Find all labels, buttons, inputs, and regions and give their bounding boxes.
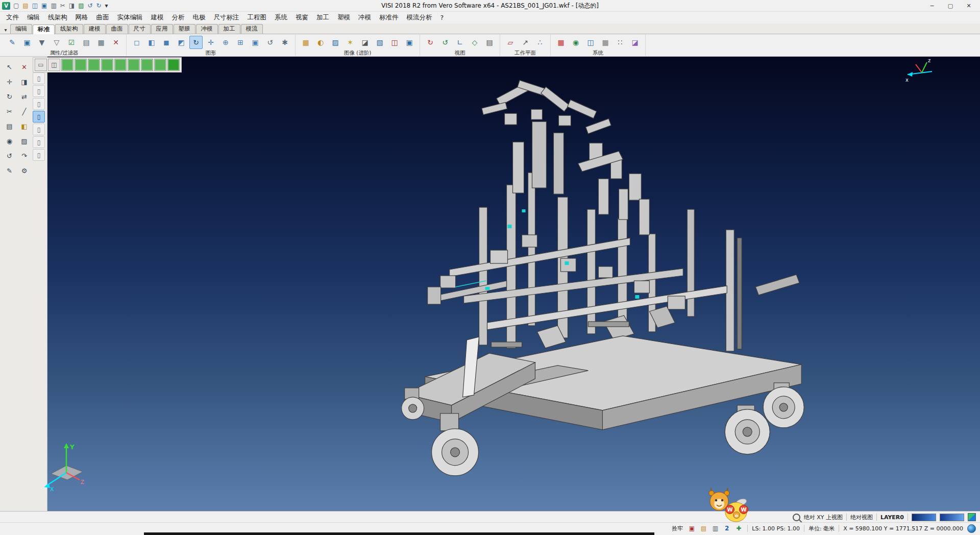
- menu-item[interactable]: 冲模: [354, 12, 375, 23]
- tab[interactable]: 冲模: [196, 24, 218, 34]
- info-icon[interactable]: ✚: [734, 524, 743, 532]
- snap-lock-toggle[interactable]: 拴牢: [672, 525, 683, 532]
- color-mode-icon[interactable]: [968, 513, 976, 521]
- clipboard-filter-7-icon[interactable]: ▯: [33, 149, 45, 161]
- qat-dropdown-icon[interactable]: ▾: [105, 2, 108, 10]
- display-window-icon[interactable]: ◫: [584, 36, 597, 49]
- paste-icon[interactable]: ▧: [78, 2, 84, 10]
- cad-model-canvas[interactable]: [47, 56, 980, 511]
- tab[interactable]: 塑膜: [174, 24, 195, 34]
- status-absolute-view[interactable]: 绝对视图: [850, 514, 873, 521]
- view-iso-icon[interactable]: ◇: [468, 36, 481, 49]
- clipboard-filter-2-icon[interactable]: ▯: [33, 85, 45, 97]
- tab[interactable]: 应用: [151, 24, 173, 34]
- globe-icon[interactable]: [967, 524, 976, 533]
- view-cube-iso-rear-icon[interactable]: [154, 59, 166, 71]
- render-mode-icon[interactable]: ▦: [299, 36, 312, 49]
- view-cube-bottom-icon[interactable]: [141, 59, 153, 71]
- menu-item[interactable]: 塑模: [333, 12, 354, 23]
- menu-item[interactable]: 线架构: [44, 12, 71, 23]
- color-icon[interactable]: ◧: [17, 119, 32, 133]
- tab[interactable]: 尺寸: [129, 24, 151, 34]
- redo-icon[interactable]: ↷: [17, 149, 32, 162]
- annotate-icon[interactable]: ✎: [2, 164, 17, 177]
- status-layer[interactable]: LAYER0: [880, 514, 904, 521]
- snap-icon[interactable]: ∷: [614, 36, 627, 49]
- print-icon[interactable]: ▥: [710, 524, 720, 532]
- selection-filter-icon[interactable]: ☑: [65, 36, 78, 49]
- clipboard-filter-3-icon[interactable]: ▯: [33, 98, 45, 110]
- clipboard-filter-5-icon[interactable]: ▯: [33, 124, 45, 135]
- snapshot-icon[interactable]: ▣: [403, 36, 416, 49]
- menu-item[interactable]: 电极: [189, 12, 210, 23]
- menu-item[interactable]: 建模: [147, 12, 168, 23]
- menu-item[interactable]: 分析: [168, 12, 189, 23]
- cut-icon[interactable]: ✂: [60, 2, 65, 10]
- a-badge-icon[interactable]: A: [732, 514, 740, 521]
- view-cube-back-icon[interactable]: [128, 59, 140, 71]
- view-rotate-x-icon[interactable]: ↻: [424, 36, 437, 49]
- redraw-icon[interactable]: ✱: [278, 36, 291, 49]
- view-cube-right-icon[interactable]: [101, 59, 113, 71]
- viewport-single-icon[interactable]: ▭: [35, 59, 47, 71]
- dynamic-rotate-icon[interactable]: ↻: [189, 36, 203, 49]
- menu-item[interactable]: 加工: [312, 12, 333, 23]
- view-normal-icon[interactable]: ∟: [453, 36, 467, 49]
- attribute-edit-icon[interactable]: ✎: [6, 36, 19, 49]
- select-icon[interactable]: ↖: [2, 60, 17, 74]
- zoom-dynamic-icon[interactable]: ⊕: [219, 36, 232, 49]
- shaded-edge-view-icon[interactable]: ◩: [175, 36, 188, 49]
- tab[interactable]: 编辑: [10, 24, 32, 34]
- menu-item[interactable]: 文件: [2, 12, 23, 23]
- hidden-line-view-icon[interactable]: ◧: [145, 36, 158, 49]
- workplane-3pt-icon[interactable]: ∴: [533, 36, 547, 49]
- background-icon[interactable]: ▧: [373, 36, 386, 49]
- tab[interactable]: 曲面: [106, 24, 128, 34]
- view-cube-top-icon[interactable]: [75, 59, 87, 71]
- save-icon[interactable]: ◫: [32, 2, 38, 10]
- menu-item[interactable]: 视窗: [291, 12, 312, 23]
- undo-icon[interactable]: ↺: [87, 2, 92, 10]
- help-2-icon[interactable]: 2: [722, 524, 731, 532]
- view-cube-left-icon[interactable]: [114, 59, 127, 71]
- view-cube-shaded-icon[interactable]: [167, 59, 180, 71]
- viewport-multi-icon[interactable]: ◫: [48, 59, 60, 71]
- previous-view-icon[interactable]: ↺: [263, 36, 277, 49]
- snap-toggle-icon[interactable]: ▣: [687, 524, 696, 532]
- workplane-align-icon[interactable]: ↗: [519, 36, 532, 49]
- close-button[interactable]: ✕: [960, 1, 978, 11]
- zoom-window-icon[interactable]: ⊞: [234, 36, 247, 49]
- attribute-copy-icon[interactable]: ▣: [20, 36, 34, 49]
- group-filter-icon[interactable]: ▦: [94, 36, 108, 49]
- delete-icon[interactable]: ✕: [17, 60, 32, 74]
- section-view-icon[interactable]: ◫: [388, 36, 401, 49]
- open-file-icon[interactable]: ▤: [22, 2, 28, 10]
- rotate-icon[interactable]: ↻: [2, 90, 17, 103]
- tab[interactable]: 模流: [241, 24, 263, 34]
- menu-item[interactable]: 系统: [271, 12, 291, 23]
- view-cube-iso-icon[interactable]: [61, 59, 74, 71]
- perspective-icon[interactable]: ◪: [628, 36, 642, 49]
- tab[interactable]: 标准: [33, 25, 55, 34]
- menu-item[interactable]: 尺寸标注: [210, 12, 243, 23]
- render-settings-icon[interactable]: ◉: [569, 36, 582, 49]
- tab[interactable]: 建模: [84, 24, 106, 34]
- undo-icon[interactable]: ↺: [2, 149, 17, 162]
- shadow-icon[interactable]: ◪: [358, 36, 372, 49]
- mirror-icon[interactable]: ⇄: [17, 90, 32, 103]
- trim-icon[interactable]: ✂: [2, 105, 17, 118]
- move-icon[interactable]: ✛: [2, 75, 17, 88]
- layer-filter-icon[interactable]: ▤: [80, 36, 93, 49]
- maximize-button[interactable]: ▢: [941, 1, 960, 11]
- view-cube-front-icon[interactable]: [88, 59, 100, 71]
- menu-item[interactable]: 模流分析: [403, 12, 436, 23]
- quick-filter-icon[interactable]: ▽: [50, 36, 63, 49]
- menu-item[interactable]: 曲面: [92, 12, 113, 23]
- copy-icon[interactable]: ◨: [17, 75, 32, 88]
- tab[interactable]: 加工: [218, 24, 240, 34]
- measure-icon[interactable]: ╱: [17, 105, 32, 118]
- material-icon[interactable]: ◐: [314, 36, 327, 49]
- clipboard-filter-4-icon[interactable]: ▯: [33, 111, 45, 123]
- view-rotate-y-icon[interactable]: ↺: [438, 36, 452, 49]
- visibility-icon[interactable]: ◉: [2, 134, 17, 148]
